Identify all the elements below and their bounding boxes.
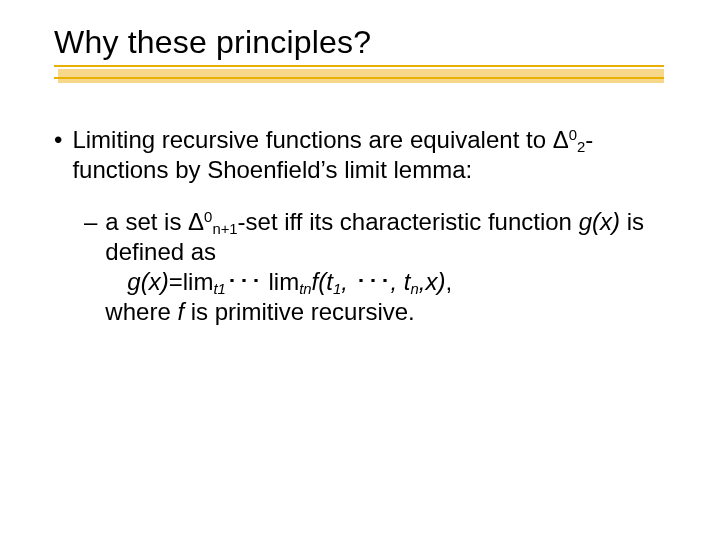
eq-lim2: lim xyxy=(268,268,299,295)
eq-comtn: , t xyxy=(391,268,411,295)
eq-sub-t1: t1 xyxy=(213,281,225,297)
eq-tn-num: n xyxy=(303,281,311,297)
eq-comx: ,x) xyxy=(419,268,446,295)
delta-sup: 0 xyxy=(569,127,577,143)
eq-sub-tn: tn xyxy=(299,281,311,297)
eq-tail: , xyxy=(445,268,452,295)
bullet-1-pre: Limiting recursive functions are equival… xyxy=(72,126,552,153)
bullet-1-text: Limiting recursive functions are equival… xyxy=(72,125,666,185)
sub-line3-post: is primitive recursive. xyxy=(184,298,415,325)
eq-dots2: ･･･ xyxy=(355,268,391,295)
equation-line: g(x)=limt1･･･ limtnf(t1, ･･･, tn,x), xyxy=(105,267,666,297)
sub-line1-pre: a set is xyxy=(105,208,188,235)
title-underline xyxy=(54,65,666,97)
eq-fn: n xyxy=(411,281,419,297)
delta-symbol: Δ xyxy=(553,126,569,153)
dash-icon: – xyxy=(84,207,97,237)
delta-sub: 2 xyxy=(577,139,585,155)
eq-eq: =lim xyxy=(169,268,214,295)
eq-f1: 1 xyxy=(333,281,341,297)
eq-gx: g(x) xyxy=(127,268,168,295)
gx: g(x) xyxy=(579,208,620,235)
slide-body: • Limiting recursive functions are equiv… xyxy=(54,125,666,327)
slide-title: Why these principles? xyxy=(54,24,666,61)
underline-lines xyxy=(54,65,664,79)
slide: Why these principles? • Limiting recursi… xyxy=(0,0,720,540)
eq-com1: , xyxy=(341,268,354,295)
sub-bullet-1-text: a set is Δ0n+1-set iff its characteristi… xyxy=(105,207,666,327)
bullet-1: • Limiting recursive functions are equiv… xyxy=(54,125,666,185)
sub-bullet-1: – a set is Δ0n+1-set iff its characteris… xyxy=(84,207,666,327)
eq-dots1: ･･･ xyxy=(226,268,269,295)
eq-t1-num: 1 xyxy=(218,281,226,297)
sub-line1-post: -set iff its characteristic function xyxy=(238,208,579,235)
sub-line3-pre: where xyxy=(105,298,177,325)
bullet-dot-icon: • xyxy=(54,125,62,155)
eq-f-open: f(t xyxy=(312,268,333,295)
sub-delta: Δ xyxy=(188,208,204,235)
sub-delta-sub: n+1 xyxy=(212,221,237,237)
